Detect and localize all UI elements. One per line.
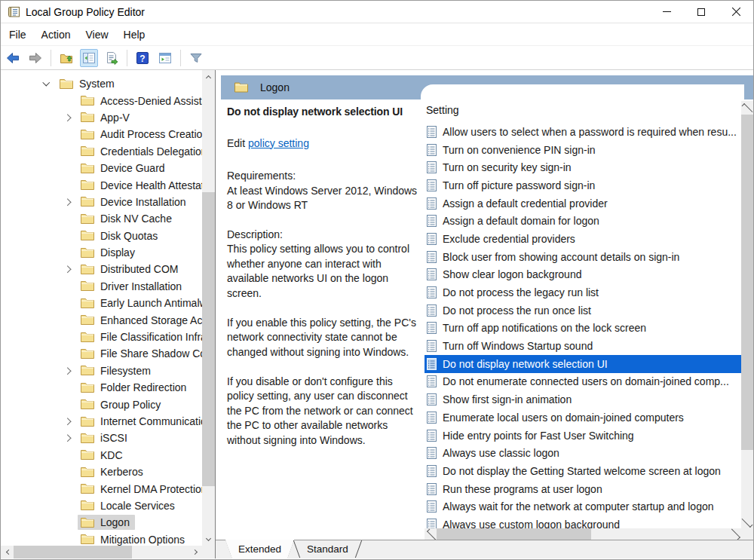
menu-help[interactable]: Help	[116, 23, 153, 46]
menu-file[interactable]: File	[2, 23, 34, 46]
tree-item[interactable]: iSCSI	[1, 430, 202, 446]
list-item[interactable]: Assign a default credential provider	[425, 194, 742, 213]
tree-item-system[interactable]: System	[1, 75, 202, 92]
tab-label: Standard	[307, 543, 348, 555]
tree-item[interactable]: File Share Shadow Copy Provider	[1, 345, 202, 362]
maximize-icon	[697, 8, 705, 16]
list-item[interactable]: Block user from showing account details …	[425, 248, 742, 266]
list-item[interactable]: Do not display network selection UI	[425, 355, 742, 373]
tree-item[interactable]: Logon	[1, 514, 202, 531]
list-item[interactable]: Turn off Windows Startup sound	[425, 337, 742, 355]
list-horizontal-scrollbar[interactable]	[425, 528, 742, 540]
menu-action[interactable]: Action	[34, 23, 78, 46]
list-item[interactable]: Show clear logon background	[425, 266, 742, 284]
scroll-down-arrow[interactable]	[202, 533, 215, 546]
list-item[interactable]: Hide entry points for Fast User Switchin…	[425, 427, 742, 445]
list-item[interactable]: Show first sign-in animation	[425, 390, 742, 409]
policy-setting-icon	[427, 268, 437, 280]
tree-item[interactable]: App-V	[1, 109, 202, 126]
tree-item[interactable]: Mitigation Options	[1, 531, 202, 546]
close-button[interactable]	[719, 1, 753, 23]
collapsed-chevron-icon[interactable]	[61, 415, 73, 427]
export-list-icon	[104, 50, 119, 66]
list-item[interactable]: Turn off picture password sign-in	[425, 176, 742, 194]
tree-item[interactable]: Display	[1, 244, 202, 261]
scrollbar-thumb[interactable]	[14, 546, 132, 558]
list-vertical-scrollbar[interactable]	[741, 101, 753, 540]
forward-button[interactable]	[26, 49, 44, 67]
scrollbar-thumb[interactable]	[741, 115, 753, 450]
edit-policy-setting-link[interactable]: policy setting	[248, 137, 309, 149]
view-tab[interactable]: Standard	[294, 540, 361, 558]
tree-item[interactable]: Enhanced Storage Access	[1, 311, 202, 328]
tree-item[interactable]: Access-Denied Assistance	[1, 92, 202, 109]
list-item[interactable]: Always use custom logon background	[425, 516, 742, 528]
scroll-down-arrow[interactable]	[741, 516, 753, 529]
list-item[interactable]: Allow users to select when a password is…	[425, 123, 742, 141]
tree-item[interactable]: Credentials Delegation	[1, 143, 202, 160]
tree-item[interactable]: Kerberos	[1, 464, 202, 480]
menu-view[interactable]: View	[78, 23, 115, 46]
list-item[interactable]: Turn on security key sign-in	[425, 158, 742, 176]
show-action-pane-button[interactable]	[156, 49, 174, 67]
tree-item[interactable]: Device Guard	[1, 160, 202, 176]
list-item[interactable]: Do not process the run once list	[425, 301, 742, 320]
maximize-button[interactable]	[684, 1, 719, 23]
list-item[interactable]: Always use classic logon	[425, 444, 742, 462]
tree-item[interactable]: KDC	[1, 447, 202, 464]
scroll-right-arrow[interactable]	[189, 546, 202, 558]
tree-item[interactable]: Kernel DMA Protection	[1, 480, 202, 497]
tree-item[interactable]: Device Installation	[1, 194, 202, 210]
collapsed-chevron-icon[interactable]	[61, 263, 73, 275]
show-console-tree-button[interactable]	[80, 49, 98, 67]
list-item[interactable]: Do not enumerate connected users on doma…	[425, 373, 742, 391]
tree-item[interactable]: Distributed COM	[1, 261, 202, 277]
tree-item[interactable]: File Classification Infrastructure	[1, 329, 202, 345]
list-item[interactable]: Exclude credential providers	[425, 230, 742, 248]
list-item[interactable]: Do not display the Getting Started welco…	[425, 462, 742, 480]
list-item[interactable]: Turn on convenience PIN sign-in	[425, 141, 742, 159]
scroll-up-arrow[interactable]	[741, 101, 753, 114]
collapsed-chevron-icon[interactable]	[61, 196, 73, 208]
tree-item[interactable]: Audit Process Creation	[1, 126, 202, 142]
folder-icon	[80, 95, 95, 106]
scroll-right-arrow[interactable]	[729, 528, 742, 540]
tree-item[interactable]: Disk Quotas	[1, 228, 202, 244]
tree-vertical-scrollbar[interactable]	[202, 70, 215, 546]
list-item[interactable]: Run these programs at user logon	[425, 480, 742, 498]
list-item[interactable]: Turn off app notifications on the lock s…	[425, 320, 742, 338]
back-button[interactable]	[4, 49, 22, 67]
tree-item-label: iSCSI	[100, 432, 127, 444]
tree-item[interactable]: Group Policy	[1, 396, 202, 412]
scroll-up-arrow[interactable]	[202, 70, 215, 83]
list-item[interactable]: Enumerate local users on domain-joined c…	[425, 409, 742, 427]
view-tab[interactable]: Extended	[225, 540, 294, 558]
collapsed-chevron-icon[interactable]	[61, 112, 73, 124]
scrollbar-thumb[interactable]	[202, 192, 215, 486]
filter-button[interactable]	[187, 49, 205, 67]
tree-item[interactable]: Locale Services	[1, 497, 202, 514]
export-list-button[interactable]	[103, 49, 121, 67]
scrollbar-thumb[interactable]	[437, 528, 591, 540]
tree-item[interactable]: Filesystem	[1, 363, 202, 379]
scroll-left-arrow[interactable]	[1, 546, 14, 558]
collapsed-chevron-icon[interactable]	[61, 432, 73, 444]
tree-item[interactable]: Early Launch Antimalware	[1, 295, 202, 311]
collapsed-chevron-icon[interactable]	[61, 365, 73, 377]
tree-item[interactable]: Internet Communication Management	[1, 413, 202, 430]
tree-horizontal-scrollbar[interactable]	[1, 546, 202, 558]
tree-item[interactable]: Device Health Attestation Service	[1, 176, 202, 193]
setting-column-header[interactable]: Setting	[426, 104, 459, 116]
list-item[interactable]: Always wait for the network at computer …	[425, 497, 742, 516]
tree-item[interactable]: Folder Redirection	[1, 379, 202, 396]
minimize-button[interactable]	[649, 1, 684, 23]
folder-icon	[80, 264, 95, 275]
up-one-level-button[interactable]	[57, 49, 75, 67]
tree-item[interactable]: Disk NV Cache	[1, 210, 202, 227]
expanded-chevron-icon[interactable]	[40, 78, 52, 90]
list-item[interactable]: Do not process the legacy run list	[425, 283, 742, 301]
scroll-left-arrow[interactable]	[425, 528, 437, 540]
list-item[interactable]: Assign a default domain for logon	[425, 212, 742, 230]
help-button[interactable]: ?	[133, 49, 152, 67]
tree-item[interactable]: Driver Installation	[1, 278, 202, 295]
